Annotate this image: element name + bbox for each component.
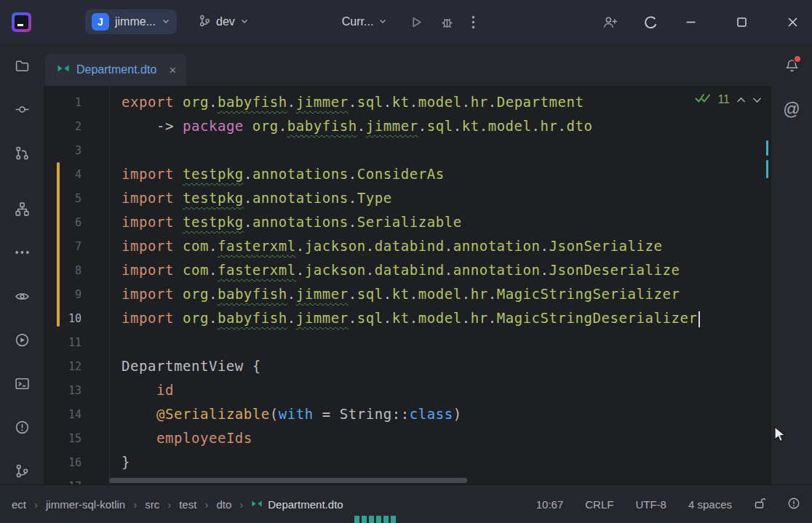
line-number[interactable]: 9 — [44, 288, 109, 301]
refresh-button[interactable] — [634, 15, 666, 29]
breadcrumb-item[interactable]: jimmer-sql-kotlin — [46, 498, 125, 511]
code-text[interactable]: id — [109, 378, 174, 402]
breadcrumb-label: dto — [216, 498, 231, 511]
main-menu-button[interactable] — [50, 16, 66, 28]
pull-requests-tool-button[interactable] — [8, 139, 36, 167]
ai-assistant-button[interactable]: @ — [778, 95, 805, 123]
tab-department-dto[interactable]: Department.dto × — [45, 54, 186, 86]
analysis-stripe-mark[interactable] — [766, 160, 768, 178]
more-actions-button[interactable] — [471, 15, 475, 29]
left-tool-stripe — [0, 44, 44, 484]
terminal-tool-button[interactable] — [8, 370, 36, 397]
editor-pane[interactable]: 1export org.babyfish.jimmer.sql.kt.model… — [44, 86, 771, 484]
inspections-widget[interactable]: 11 — [695, 92, 762, 106]
line-number[interactable]: 16 — [44, 456, 109, 469]
project-avatar: J — [92, 13, 109, 31]
line-number[interactable]: 1 — [44, 96, 109, 109]
code-lines: 1export org.babyfish.jimmer.sql.kt.model… — [44, 86, 771, 484]
clipped-popup-fragment — [354, 516, 397, 523]
code-text[interactable]: import testpkg.annotations.ConsiderAs — [109, 162, 445, 186]
breadcrumb-label: jimmer-sql-kotlin — [46, 498, 125, 511]
structure-tool-button[interactable] — [8, 195, 36, 223]
line-number[interactable]: 5 — [44, 192, 109, 205]
problems-tool-button[interactable] — [8, 413, 36, 441]
run-configuration-selector[interactable]: Curr... — [336, 12, 394, 32]
caret-position[interactable]: 10:67 — [536, 498, 564, 511]
run-configuration-name: Curr... — [342, 15, 374, 28]
line-number[interactable]: 10 — [44, 312, 109, 325]
line-number[interactable]: 15 — [44, 432, 109, 445]
breadcrumb-item[interactable]: test — [179, 498, 196, 511]
file-encoding[interactable]: UTF-8 — [635, 498, 666, 511]
close-button[interactable] — [776, 0, 809, 44]
ide-window: J jimme... dev Curr... — [0, 0, 812, 523]
run-button[interactable] — [410, 16, 423, 28]
code-text[interactable]: export org.babyfish.jimmer.sql.kt.model.… — [109, 90, 584, 114]
code-text[interactable]: } — [109, 450, 130, 474]
code-text[interactable]: import testpkg.annotations.Type — [109, 186, 392, 210]
code-text[interactable]: import org.babyfish.jimmer.sql.kt.model.… — [109, 306, 700, 330]
previous-problem-icon[interactable] — [736, 93, 746, 106]
commit-tool-button[interactable] — [8, 95, 36, 123]
dto-file-icon — [57, 63, 70, 76]
error-indicator-icon[interactable] — [787, 497, 800, 512]
code-text[interactable]: import org.babyfish.jimmer.sql.kt.model.… — [109, 282, 680, 306]
tab-title: Department.dto — [76, 63, 156, 76]
code-row: 6import testpkg.annotations.Serializable — [44, 210, 771, 234]
text-caret — [698, 311, 700, 327]
vcs-branch-widget[interactable]: dev — [193, 11, 255, 33]
code-row: 9import org.babyfish.jimmer.sql.kt.model… — [44, 282, 771, 306]
inspections-count: 11 — [717, 93, 730, 106]
line-number[interactable]: 7 — [44, 240, 109, 253]
line-number[interactable]: 3 — [44, 144, 109, 157]
line-number[interactable]: 11 — [44, 336, 109, 349]
more-tools-button[interactable] — [8, 239, 36, 266]
status-bar: ect›jimmer-sql-kotlin›src›test›dto›Depar… — [0, 484, 812, 523]
project-widget[interactable]: J jimme... — [85, 9, 177, 34]
breadcrumb-item[interactable]: dto — [216, 498, 231, 511]
maximize-button[interactable] — [725, 0, 758, 44]
git-branch-icon — [199, 15, 211, 30]
line-separator[interactable]: CRLF — [585, 498, 613, 511]
code-text[interactable]: import testpkg.annotations.Serializable — [109, 210, 462, 234]
breadcrumb-item[interactable]: Department.dto — [251, 498, 343, 511]
indent-style[interactable]: 4 spaces — [688, 498, 732, 511]
code-text[interactable]: @Serializable(with = String::class) — [109, 402, 462, 426]
code-row: 1export org.babyfish.jimmer.sql.kt.model… — [44, 90, 771, 114]
line-number[interactable]: 17 — [44, 480, 109, 485]
changed-lines-marker[interactable] — [57, 162, 60, 327]
breadcrumb-label: src — [145, 498, 159, 511]
line-number[interactable]: 12 — [44, 360, 109, 373]
code-row: 15 employeeIds — [44, 426, 771, 450]
project-tool-button[interactable] — [8, 52, 36, 79]
dto-file-icon — [251, 498, 263, 511]
code-text[interactable]: DepartmentView { — [109, 354, 261, 378]
next-problem-icon[interactable] — [752, 93, 762, 106]
breadcrumb-separator-icon: › — [34, 498, 38, 511]
notifications-button[interactable] — [778, 52, 805, 79]
tab-close-icon[interactable]: × — [169, 64, 176, 76]
line-number[interactable]: 13 — [44, 384, 109, 397]
breadcrumb-item[interactable]: ect — [12, 498, 26, 511]
unlock-icon[interactable] — [754, 497, 765, 511]
horizontal-scrollbar[interactable] — [109, 478, 467, 483]
line-number[interactable]: 2 — [44, 120, 109, 133]
editor-column: Department.dto × 1export org.babyfish.ji… — [44, 44, 771, 484]
line-number[interactable]: 4 — [44, 168, 109, 181]
code-text[interactable]: import com.fasterxml.jackson.databind.an… — [109, 234, 662, 258]
code-text[interactable]: -> package org.babyfish.jimmer.sql.kt.mo… — [109, 114, 593, 138]
analysis-stripe-mark[interactable] — [766, 140, 768, 156]
preview-tool-button[interactable] — [8, 282, 36, 310]
code-with-me-button[interactable] — [594, 15, 626, 29]
version-control-tool-button[interactable] — [8, 457, 36, 484]
run-tool-button[interactable] — [8, 326, 36, 354]
minimize-button[interactable] — [674, 0, 707, 44]
breadcrumb-item[interactable]: src — [145, 498, 159, 511]
code-text[interactable]: import com.fasterxml.jackson.databind.an… — [109, 258, 680, 282]
code-row: 3 — [44, 138, 771, 162]
code-text[interactable]: employeeIds — [109, 426, 252, 450]
line-number[interactable]: 6 — [44, 216, 109, 229]
debug-button[interactable] — [440, 15, 454, 29]
line-number[interactable]: 8 — [44, 264, 109, 277]
line-number[interactable]: 14 — [44, 408, 109, 421]
